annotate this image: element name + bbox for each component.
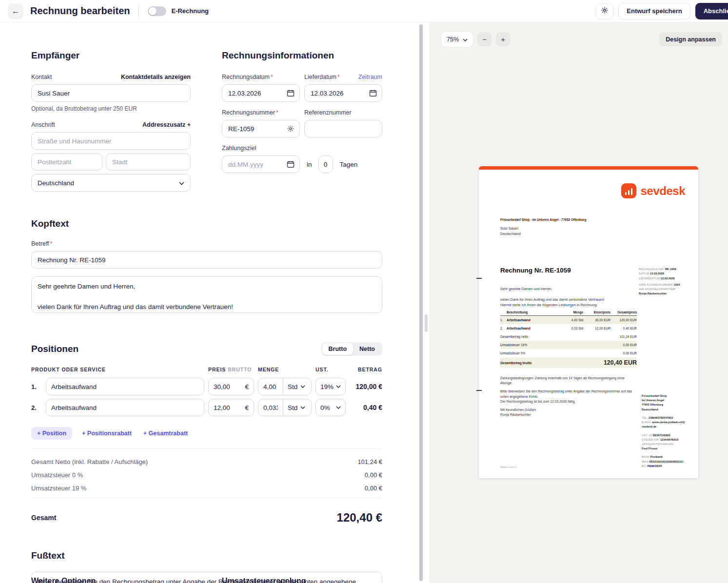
zoom-level-select[interactable]: 75% xyxy=(441,32,473,47)
divider xyxy=(31,498,382,498)
e-invoice-toggle[interactable] xyxy=(148,6,166,16)
zoom-in-button[interactable]: + xyxy=(496,32,510,46)
footer-text-section-title: Fußtext xyxy=(31,550,382,561)
unit-select[interactable]: Std xyxy=(283,404,310,411)
payment-note: Bitte überweisen Sie den Rechnungsbetrag… xyxy=(500,389,633,404)
chevron-down-icon xyxy=(179,179,184,187)
chevron-down-icon xyxy=(336,385,341,388)
col-qty: MENGE xyxy=(258,367,312,372)
gear-icon[interactable] xyxy=(287,125,295,133)
recipient-block: Susi Sauer Deutschland xyxy=(500,226,521,237)
page-accent-bar xyxy=(479,166,698,170)
total-row: Umsatzsteuer 19 %0,00 € xyxy=(31,485,382,492)
calendar-icon[interactable] xyxy=(369,89,377,97)
city-input[interactable] xyxy=(106,153,191,171)
contact-input[interactable] xyxy=(31,84,191,102)
position-qty-input[interactable] xyxy=(258,383,283,390)
plus-icon: + xyxy=(501,35,505,43)
country-select[interactable]: Deutschland xyxy=(31,174,191,192)
preview-panel: 75% − + Design anpassen sevdesk Friseurb… xyxy=(429,22,728,583)
divider xyxy=(138,5,139,18)
invoice-preview-page: sevdesk Friseurbedarf Shop - Im Unteren … xyxy=(479,166,698,478)
add-position-button[interactable]: + Position xyxy=(31,427,72,440)
subject-input[interactable] xyxy=(31,251,382,269)
invoice-table-row: 1. Arbeitsaufwand 4,00 Std 30,00 EUR 120… xyxy=(500,316,637,324)
vat-select[interactable]: 19% xyxy=(315,378,346,395)
header-text-area[interactable] xyxy=(31,276,382,313)
invoice-table-header: Beschreibung Menge Einzelpreis Gesamtpre… xyxy=(500,309,637,316)
col-product: PRODUKT ODER SERVICE xyxy=(31,367,204,372)
sevdesk-logo: sevdesk xyxy=(621,183,685,198)
form-scrollbar[interactable] xyxy=(419,24,423,581)
company-info-block: Friseurbedarf Shop Im Unteren Angel 7765… xyxy=(642,394,687,472)
position-qty-input[interactable] xyxy=(258,404,283,411)
position-price-input[interactable] xyxy=(209,383,245,390)
payment-target-label: Zahlungsziel xyxy=(222,145,256,152)
vat-select[interactable]: 0% xyxy=(315,399,346,416)
position-price-input[interactable] xyxy=(209,404,245,411)
settings-button[interactable] xyxy=(596,3,613,19)
invoice-summary-row: Umsatzsteuer 0%0,00 EUR xyxy=(500,349,637,357)
unit-value: Std xyxy=(288,383,297,390)
invoice-date-label: Rechnungsdatum xyxy=(222,74,270,80)
vat-rule-section-title: Umsatzsteuerregelung xyxy=(222,577,306,583)
col-amount: BETRAG xyxy=(350,367,382,372)
toggle-net[interactable]: Netto xyxy=(353,343,381,355)
vat-value: 19% xyxy=(320,383,334,390)
divider xyxy=(31,448,382,449)
position-row: 1. € Std 19% 120,00 € xyxy=(31,378,382,395)
invoice-table: Beschreibung Menge Einzelpreis Gesamtpre… xyxy=(500,309,637,368)
zip-input[interactable] xyxy=(31,153,102,171)
toggle-gross[interactable]: Brutto xyxy=(322,343,354,355)
invoice-title: Rechnung Nr. RE-1059 xyxy=(500,267,571,274)
finish-button[interactable]: Abschließen xyxy=(695,3,728,19)
chevron-down-icon xyxy=(300,406,305,409)
payment-terms: Zahlungsbedingungen: Zahlung innerhalb v… xyxy=(500,376,633,386)
row-amount: 0,40 € xyxy=(350,404,382,411)
design-button[interactable]: Design anpassen xyxy=(659,32,722,46)
preview-scrollbar-thumb[interactable] xyxy=(425,314,428,332)
address-extra-link[interactable]: Addresszusatz + xyxy=(142,121,191,128)
invoice-summary-row: Umsatzsteuer 19%0,00 EUR xyxy=(500,341,637,349)
fold-mark xyxy=(476,278,482,279)
positions-section-title: Positionen xyxy=(31,344,79,354)
invoice-greeting: Sehr geehrte Damen und Herren, vielen Da… xyxy=(500,286,642,308)
contact-label: Kontakt xyxy=(31,74,52,80)
address-label: Anschrift xyxy=(31,121,55,128)
required-marker: * xyxy=(337,74,340,80)
calendar-icon[interactable] xyxy=(287,89,295,97)
days-input[interactable] xyxy=(318,155,333,173)
total-row: Gesamt Netto (inkl. Rabatte / Aufschläge… xyxy=(31,458,382,466)
contact-details-link[interactable]: Kontaktdetails anzeigen xyxy=(121,74,191,80)
reference-label: Referenznummer xyxy=(304,109,352,116)
top-bar: ← Rechnung bearbeiten E-Rechnung Entwurf… xyxy=(0,0,728,22)
reference-input[interactable] xyxy=(304,120,382,137)
chevron-down-icon xyxy=(336,406,341,409)
calendar-icon[interactable] xyxy=(287,160,295,168)
more-options-section-title: Weitere Optionen xyxy=(31,577,96,583)
back-button[interactable]: ← xyxy=(8,3,23,19)
company-address: Friseurbedarf Shop Im Unteren Angel 7765… xyxy=(642,394,687,412)
subject-label: Betreff xyxy=(31,240,49,247)
fold-mark xyxy=(476,390,482,391)
unit-select[interactable]: Std xyxy=(283,383,310,390)
gear-icon xyxy=(601,6,609,16)
required-marker: * xyxy=(276,109,278,116)
grand-total-label: Gesamt xyxy=(31,514,56,522)
position-name-input[interactable] xyxy=(46,383,204,390)
position-name-input[interactable] xyxy=(46,404,204,411)
invoice-no-label: Rechnungsnummer xyxy=(222,109,275,116)
page-title: Rechnung bearbeiten xyxy=(30,5,130,17)
invoice-info-section-title: Rechnungsinformationen xyxy=(222,50,382,61)
optional-hint: Optional, da Bruttobetrag unter 250 EUR xyxy=(31,105,191,112)
zoom-out-button[interactable]: − xyxy=(477,32,492,46)
add-item-discount-button[interactable]: + Positionsrabatt xyxy=(80,427,134,440)
minus-icon: − xyxy=(482,35,487,43)
add-total-discount-button[interactable]: + Gesamtrabatt xyxy=(141,427,190,440)
period-link[interactable]: Zeitraum xyxy=(358,74,382,80)
street-input[interactable] xyxy=(31,132,191,150)
delivery-date-label: Lieferdatum xyxy=(304,74,336,80)
save-draft-button[interactable]: Entwurf speichern xyxy=(618,3,690,19)
chevron-down-icon xyxy=(463,36,468,43)
total-row: Umsatzsteuer 0 %0,00 € xyxy=(31,471,382,479)
